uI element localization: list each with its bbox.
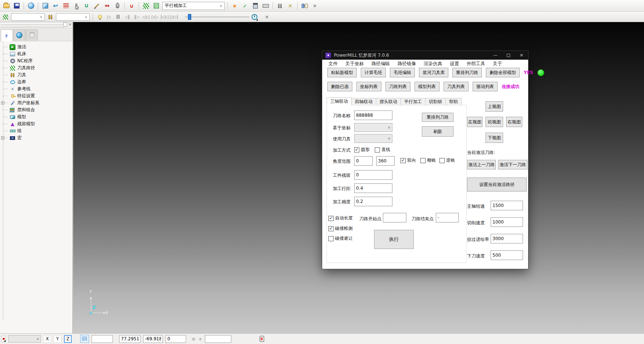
auto-length-checkbox[interactable] [328, 216, 334, 221]
panel-grip[interactable]: ✕ [0, 22, 72, 28]
ruler-icon[interactable] [261, 1, 270, 10]
block-icon[interactable] [41, 1, 50, 10]
mode-circle-option[interactable]: 圆形 [354, 147, 370, 153]
pause-icon[interactable] [114, 13, 122, 21]
tree-item-workplanes[interactable]: +用户坐标系 [0, 99, 72, 106]
boundary-icon[interactable]: ∪ [82, 1, 91, 10]
open-file-icon[interactable] [2, 1, 11, 10]
view-left-button[interactable]: 左视图 [467, 117, 483, 127]
coord-list-button[interactable]: 坐标列表 [356, 82, 381, 91]
auto-length-option[interactable]: 自动长度 [328, 215, 353, 221]
tab-recycle-bin[interactable] [26, 29, 38, 41]
model-list-button[interactable]: 模型列表 [414, 82, 440, 91]
tolerance-input[interactable] [354, 197, 392, 206]
slider-handle[interactable] [188, 14, 191, 20]
expand-icon[interactable]: + [1, 101, 4, 105]
tool-combobox[interactable]: ∨ [56, 13, 90, 21]
rewind-icon[interactable]: ◁◁ [142, 13, 149, 21]
menu-coords[interactable]: 关于坐标 [345, 61, 364, 67]
save-icon[interactable] [12, 1, 21, 10]
tab-swivel-head[interactable]: 摆头联动 [376, 98, 401, 105]
grid-size-input[interactable] [92, 335, 113, 343]
conventional-mill-option[interactable]: 逆铣 [440, 157, 455, 164]
lightbulb-icon[interactable] [96, 13, 103, 21]
tree-item-activate[interactable]: ▶激活 [0, 43, 72, 50]
pattern-pencil-icon[interactable] [92, 1, 101, 10]
connection-pause-icon[interactable] [260, 336, 264, 342]
tree-item-tools[interactable]: 刀具 [0, 71, 72, 78]
tab-explorer-tree[interactable]: ⊦ [1, 29, 13, 41]
toolpath-combobox[interactable]: ∨ [11, 13, 45, 21]
speed-slider[interactable] [185, 14, 249, 20]
view-front-button[interactable]: 前视图 [485, 117, 503, 127]
collision-avoid-checkbox[interactable] [328, 236, 334, 241]
cutting-feed-input[interactable] [491, 217, 523, 227]
step-back-icon[interactable]: ◁| [124, 13, 131, 21]
tree-item-model[interactable]: 模型 [0, 113, 72, 120]
step-forward-icon[interactable]: |▷ [133, 13, 140, 21]
simulate-tool-icon[interactable]: ∪ [127, 1, 136, 10]
tool-check-icon[interactable]: ✓ [241, 1, 249, 10]
snap-value-input[interactable] [205, 335, 231, 343]
panel-float-icon[interactable] [63, 22, 67, 27]
toolpath-spring-icon[interactable] [142, 1, 150, 10]
activate-prev-path-button[interactable]: 激活上一刀路 [467, 160, 496, 169]
tool-star-icon[interactable]: ★ [230, 1, 239, 10]
tree-item-machine[interactable]: 机床 [0, 50, 72, 57]
menu-external-tools[interactable]: 外部工具 [467, 61, 485, 67]
marker-dot-icon[interactable] [1, 336, 6, 342]
menu-about[interactable]: 关于 [493, 61, 502, 67]
stepover-input[interactable] [354, 183, 392, 193]
axis-z-button[interactable]: Z [64, 335, 72, 343]
tree-item-pattern[interactable]: ✕参考线 [0, 85, 72, 92]
collision-check-checkbox[interactable] [328, 226, 334, 231]
both-direction-option[interactable]: 双向 [401, 157, 416, 164]
climb-mill-checkbox[interactable] [420, 158, 426, 163]
tree-item-nc-program[interactable]: NC程序 [0, 57, 72, 64]
menu-path-edit[interactable]: 路径编辑 [371, 61, 390, 67]
collision-avoid-option[interactable]: 碰撞避让 [328, 235, 353, 242]
tree-item-toolpath[interactable]: 刀具路径 [0, 64, 72, 71]
transform-arrows-icon[interactable]: ✕ [286, 1, 295, 10]
tree-item-stock-model[interactable]: ▲残留模型 [0, 120, 72, 127]
stock-cylinders-icon[interactable] [300, 1, 309, 10]
tool-list-button[interactable]: 刀具列表 [444, 82, 469, 91]
menu-settings[interactable]: 设置 [450, 61, 459, 67]
tool-ball-icon[interactable] [72, 1, 81, 10]
delete-all-models-button[interactable]: 删除全部模型 [486, 68, 520, 77]
tree-item-levels[interactable]: 层和组合 [0, 106, 72, 113]
go-start-icon[interactable]: |◁◁ [160, 13, 168, 21]
menu-path-mirror[interactable]: 路径镜像 [398, 61, 416, 67]
end-point-input[interactable] [436, 213, 459, 222]
coord-list-icon[interactable]: ≡ [192, 336, 196, 342]
stock-remain-input[interactable] [354, 170, 392, 180]
tab-3axis[interactable]: 三轴联动 [327, 97, 352, 105]
sphere-tool-icon[interactable] [26, 1, 35, 10]
expand-icon[interactable]: + [1, 136, 4, 140]
angle-from-input[interactable] [354, 156, 373, 166]
view-top-button[interactable]: 上视图 [485, 101, 503, 112]
angle-to-input[interactable] [376, 156, 395, 166]
view-bottom-button[interactable]: 下视图 [485, 133, 503, 143]
circle-checkbox[interactable] [354, 147, 359, 152]
points-icon[interactable]: ◆◆ [103, 1, 111, 10]
tree-item-group[interactable]: 组 [0, 127, 72, 134]
tool-used-select[interactable]: ∨ [354, 134, 392, 143]
axis-x-button[interactable]: X [43, 335, 51, 343]
tab-web-globe[interactable] [13, 29, 25, 41]
coord-z-input[interactable] [166, 335, 186, 343]
toolpath-arrow-icon[interactable]: ↩ [51, 1, 60, 10]
toolpath-name-input[interactable] [354, 110, 392, 120]
go-end-icon[interactable]: ▷▷| [170, 13, 178, 21]
compute-stock-button[interactable]: 计算毛坯 [361, 68, 386, 77]
climb-mill-option[interactable]: 顺铣 [420, 157, 436, 164]
rearrange-toolpath-button[interactable]: 重排列刀路 [452, 68, 482, 77]
fast-forward-icon[interactable]: ▷▷ [151, 13, 159, 21]
rearrange-button[interactable]: 重排列刀路 [422, 113, 453, 122]
menu-render-sim[interactable]: 渲染仿真 [424, 61, 442, 67]
collision-check-option[interactable]: 碰撞检测 [328, 225, 353, 232]
plunge-feed-input[interactable] [491, 250, 523, 260]
tab-parallel[interactable]: 平行加工 [401, 98, 426, 105]
toolpath-list-button[interactable]: 刀路列表 [385, 82, 410, 91]
tool-library-button[interactable]: 星河刀具库 [419, 68, 448, 77]
